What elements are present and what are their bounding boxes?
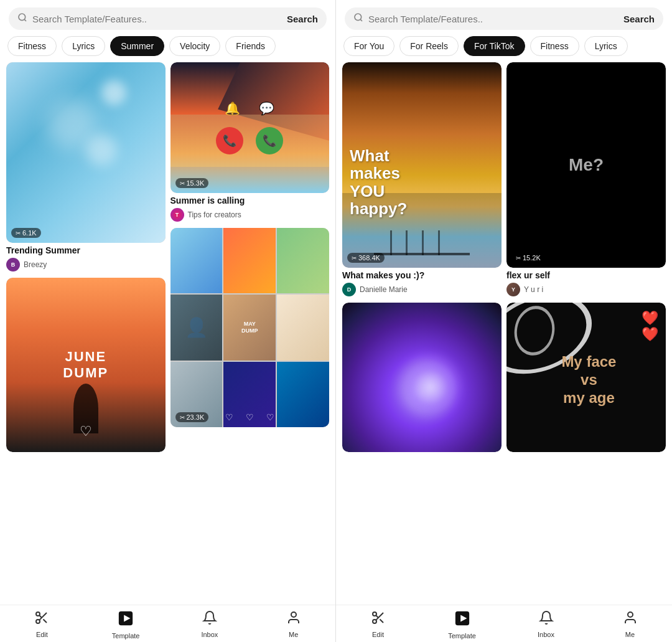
left-col: ✂ 6.1K Trending Summer B Breezy <box>6 62 166 452</box>
svg-line-5 <box>44 619 47 623</box>
nav-template-left[interactable]: Template <box>84 610 168 640</box>
tab-fortiktok-right[interactable]: For TikTok <box>464 36 525 56</box>
what-makes-badge: ✂ 368.4K <box>347 253 385 263</box>
scissors-icon: ✂ <box>16 230 21 237</box>
scissors-icon-3: ✂ <box>180 414 185 421</box>
collage-cell-1 <box>170 228 223 293</box>
may-dump-badge: ✂ 23.3K <box>175 412 209 422</box>
template-icon-left <box>118 610 134 630</box>
nav-inbox-label-right: Inbox <box>538 631 554 638</box>
tab-lyrics-right[interactable]: Lyrics <box>584 36 628 56</box>
left-search-button[interactable]: Search <box>287 14 318 24</box>
my-face-text: My facevsmy age <box>561 353 616 407</box>
right-panel-right-col: Me? ✂ 15.2K flex ur self Y Y u r i <box>506 62 666 452</box>
tab-fitness-right[interactable]: Fitness <box>530 36 579 56</box>
right-search-bar[interactable]: Search <box>345 7 663 30</box>
svg-line-1 <box>24 19 26 21</box>
may-dump-card[interactable]: 👤 MAYDUMP ✂ 23.3K <box>170 228 330 427</box>
what-makes-avatar: D <box>342 283 356 296</box>
trending-summer-thumb: ✂ 6.1K <box>6 62 166 243</box>
edit-scissors-icon <box>34 610 49 629</box>
summer-calling-card[interactable]: 🔔 💬 📞 📞 ✂ 15.3K <box>170 62 330 223</box>
remind-icon: 🔔 <box>225 101 240 116</box>
tab-friends-left[interactable]: Friends <box>225 36 276 56</box>
right-bottom-nav: Edit Template Inbox Me <box>336 605 672 642</box>
right-col: 🔔 💬 📞 📞 ✂ 15.3K <box>170 62 330 452</box>
summer-calling-title: Summer is calling <box>170 196 330 205</box>
collage-cell-2 <box>223 228 276 293</box>
scissors-icon-2: ✂ <box>180 180 185 187</box>
nav-inbox-right[interactable]: Inbox <box>504 610 588 640</box>
trending-summer-avatar: B <box>6 258 20 271</box>
trending-summer-card[interactable]: ✂ 6.1K Trending Summer B Breezy <box>6 62 166 273</box>
right-panel-left-col: WhatmakesYOUhappy? ✂ 368.4K What makes y… <box>342 62 502 452</box>
flex-info: flex ur self Y Y u r i <box>506 268 666 298</box>
nav-inbox-left[interactable]: Inbox <box>168 610 252 640</box>
tab-summer-left[interactable]: Summer <box>110 36 164 56</box>
nav-edit-right[interactable]: Edit <box>336 610 420 640</box>
trending-summer-author: B Breezy <box>6 258 166 271</box>
left-search-bar[interactable]: Search <box>9 7 327 30</box>
svg-point-3 <box>36 620 40 623</box>
collage-heart-1: ♡ <box>225 412 233 422</box>
tab-fitness-left[interactable]: Fitness <box>7 36 57 56</box>
accept-button[interactable]: 📞 <box>256 127 283 154</box>
nav-template-label-left: Template <box>112 632 140 640</box>
collage-cell-9 <box>277 362 329 427</box>
left-panel: Search Fitness Lyrics Summer Velocity Fr… <box>0 0 336 642</box>
left-search-input[interactable] <box>32 14 287 24</box>
nav-edit-left[interactable]: Edit <box>0 610 84 640</box>
svg-point-13 <box>373 620 376 623</box>
decline-button[interactable]: 📞 <box>216 127 243 154</box>
nav-me-right[interactable]: Me <box>588 610 672 640</box>
summer-calling-badge: ✂ 15.3K <box>175 178 209 188</box>
collage-cell-4: 👤 <box>170 295 223 360</box>
bokeh-card[interactable] <box>342 303 502 452</box>
what-makes-card[interactable]: WhatmakesYOUhappy? ✂ 368.4K What makes y… <box>342 62 502 298</box>
what-makes-thumb: WhatmakesYOUhappy? ✂ 368.4K <box>342 62 502 268</box>
tab-velocity-left[interactable]: Velocity <box>169 36 220 56</box>
nav-me-label-right: Me <box>625 631 635 638</box>
what-makes-title: What makes you :)? <box>342 270 502 280</box>
template-icon-right <box>454 610 470 630</box>
june-dump-thumb: JUNEDUMP ♡ <box>6 278 166 452</box>
flex-title: flex ur self <box>506 270 666 280</box>
nav-template-right[interactable]: Template <box>420 610 504 640</box>
tab-forreels-right[interactable]: For Reels <box>399 36 459 56</box>
right-content: WhatmakesYOUhappy? ✂ 368.4K What makes y… <box>336 62 672 605</box>
right-search-button[interactable]: Search <box>623 14 655 24</box>
nav-template-label-right: Template <box>448 632 476 640</box>
june-dump-text: JUNEDUMP <box>63 349 108 382</box>
flex-badge: ✂ 15.2K <box>511 253 545 263</box>
svg-point-10 <box>355 14 362 21</box>
nav-inbox-label-left: Inbox <box>201 631 218 638</box>
left-content: ✂ 6.1K Trending Summer B Breezy <box>0 62 335 605</box>
right-search-icon <box>353 12 363 25</box>
me-text: Me? <box>569 155 604 175</box>
collage-cell-5: MAYDUMP <box>223 295 276 360</box>
left-category-tabs: Fitness Lyrics Summer Velocity Friends <box>0 36 335 62</box>
collage-heart-3: ♡ <box>266 412 274 422</box>
my-face-card[interactable]: ❤️❤️ My facevsmy age <box>506 303 666 452</box>
trending-summer-badge: ✂ 6.1K <box>11 228 41 238</box>
nav-edit-label-right: Edit <box>372 631 384 638</box>
tab-foryou-right[interactable]: For You <box>343 36 394 56</box>
person-icon-left <box>286 610 301 629</box>
svg-point-19 <box>628 612 633 617</box>
left-bottom-nav: Edit Template Inbox Me <box>0 605 335 642</box>
collage-cell-6 <box>277 295 329 360</box>
what-makes-info: What makes you :)? D Danielle Marie <box>342 268 502 298</box>
what-makes-author: D Danielle Marie <box>342 283 502 296</box>
what-makes-text: WhatmakesYOUhappy? <box>350 147 407 218</box>
trending-summer-title: Trending Summer <box>6 245 166 255</box>
tab-lyrics-left[interactable]: Lyrics <box>62 36 105 56</box>
collage-cell-3 <box>277 228 329 293</box>
svg-line-16 <box>376 615 378 618</box>
flex-avatar: Y <box>506 283 520 296</box>
flex-ur-self-card[interactable]: Me? ✂ 15.2K flex ur self Y Y u r i <box>506 62 666 298</box>
may-dump-thumb: 👤 MAYDUMP ✂ 23.3K <box>170 228 330 427</box>
june-dump-card[interactable]: JUNEDUMP ♡ <box>6 278 166 452</box>
my-face-thumb: ❤️❤️ My facevsmy age <box>506 303 666 452</box>
nav-me-left[interactable]: Me <box>251 610 335 640</box>
right-search-input[interactable] <box>368 14 623 24</box>
